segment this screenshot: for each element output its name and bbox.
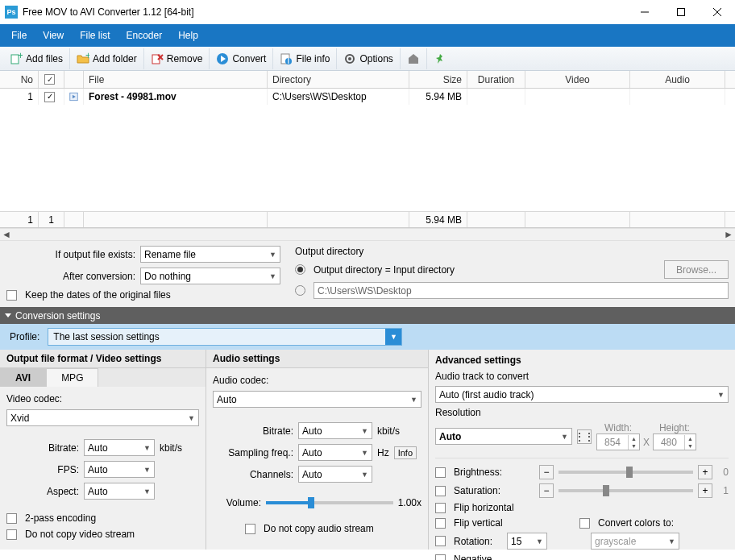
flipv-label: Flip vertical — [454, 517, 575, 529]
vbitrate-select[interactable]: Auto▼ — [84, 439, 155, 456]
svg-text:i: i — [288, 55, 290, 65]
track-select[interactable]: Auto (first audio track)▼ — [435, 386, 729, 403]
cell-dur — [467, 89, 525, 105]
grayscale-select[interactable]: grayscale▼ — [591, 533, 679, 550]
pin-icon — [434, 52, 446, 65]
height-spin[interactable]: 480▲▼ — [653, 433, 696, 450]
rotation-checkbox[interactable] — [435, 536, 446, 546]
cell-video — [525, 89, 630, 105]
table-header: No File Directory Size Duration Video Au… — [0, 71, 735, 89]
remove-button[interactable]: Remove — [144, 48, 210, 69]
col-no[interactable]: No — [0, 71, 39, 88]
res-select[interactable]: Auto▼ — [435, 428, 572, 445]
volume-slider[interactable] — [266, 501, 393, 504]
col-duration[interactable]: Duration — [467, 71, 525, 88]
channels-select[interactable]: Auto▼ — [298, 466, 372, 483]
check-all-icon[interactable] — [44, 74, 55, 85]
minimize-button[interactable] — [626, 0, 662, 24]
res-expand-button[interactable]: ⋮⋮ — [577, 429, 592, 444]
track-label: Audio track to convert — [435, 371, 729, 382]
profile-select[interactable]: The last session settings ▼ — [48, 328, 402, 346]
convert-button[interactable]: Convert — [210, 48, 273, 69]
vcodec-select[interactable]: Xvid▼ — [6, 409, 199, 426]
col-audio[interactable]: Audio — [630, 71, 725, 88]
advanced-header: Advanced settings — [429, 350, 735, 367]
vbitrate-unit: kbit/s — [160, 442, 182, 454]
aspect-select[interactable]: Auto▼ — [84, 483, 155, 500]
home-button[interactable] — [401, 48, 427, 69]
brightness-plus[interactable]: + — [698, 465, 712, 479]
convcolors-checkbox[interactable] — [579, 518, 590, 529]
saturation-slider[interactable] — [559, 489, 693, 492]
outdir-input[interactable]: C:\Users\WS\Desktop — [314, 282, 729, 299]
file-info-label: File info — [296, 53, 330, 64]
col-directory[interactable]: Directory — [268, 71, 409, 88]
options-button[interactable]: Options — [337, 48, 400, 69]
exists-label: If output file exists: — [6, 249, 135, 260]
fps-select[interactable]: Auto▼ — [84, 461, 155, 478]
acodec-select[interactable]: Auto▼ — [213, 391, 421, 408]
nocopyv-checkbox[interactable] — [6, 529, 17, 540]
maximize-button[interactable] — [662, 0, 699, 24]
after-label: After conversion: — [6, 271, 135, 282]
table-row[interactable]: 1 Forest - 49981.mov C:\Users\WS\Desktop… — [0, 89, 735, 105]
scroll-right-icon[interactable]: ► — [722, 228, 735, 241]
abitrate-select[interactable]: Auto▼ — [298, 422, 372, 439]
fps-label: FPS: — [6, 464, 79, 475]
cell-no: 1 — [0, 89, 39, 105]
video-settings-panel: Output file format / Video settings AVI … — [0, 350, 206, 550]
abitrate-unit: kbit/s — [377, 425, 400, 437]
menu-filelist[interactable]: File list — [72, 24, 118, 47]
col-size[interactable]: Size — [409, 71, 467, 88]
file-info-button[interactable]: i File info — [273, 48, 337, 69]
saturation-plus[interactable]: + — [698, 483, 712, 498]
conversion-settings-header[interactable]: Conversion settings — [0, 307, 735, 324]
table-body: 1 Forest - 49981.mov C:\Users\WS\Desktop… — [0, 89, 735, 211]
info-button[interactable]: Info — [394, 446, 417, 459]
video-header: Output file format / Video settings — [0, 350, 206, 368]
cell-check[interactable] — [39, 89, 64, 105]
row-check-icon[interactable] — [44, 92, 55, 102]
browse-button[interactable]: Browse... — [664, 260, 729, 279]
negative-checkbox[interactable] — [435, 554, 446, 561]
menu-help[interactable]: Help — [170, 24, 206, 47]
col-file[interactable]: File — [84, 71, 268, 88]
collapse-icon — [5, 313, 11, 317]
menu-view[interactable]: View — [35, 24, 72, 47]
scroll-left-icon[interactable]: ◄ — [0, 228, 13, 241]
tab-avi[interactable]: AVI — [0, 368, 46, 387]
rotation-select[interactable]: 15▼ — [507, 533, 547, 550]
convert-label: Convert — [232, 53, 266, 64]
toolbar: + Add files + Add folder Remove Convert … — [0, 47, 735, 71]
col-video[interactable]: Video — [525, 71, 630, 88]
saturation-checkbox[interactable] — [435, 486, 446, 496]
nocopya-checkbox[interactable] — [245, 524, 255, 534]
add-folder-button[interactable]: + Add folder — [70, 48, 144, 69]
brightness-minus[interactable]: − — [539, 465, 554, 479]
flipv-checkbox[interactable] — [435, 518, 446, 529]
col-check[interactable] — [39, 71, 64, 88]
close-button[interactable] — [699, 0, 735, 24]
brightness-checkbox[interactable] — [435, 467, 446, 478]
keepdates-checkbox[interactable] — [6, 290, 17, 301]
after-select[interactable]: Do nothing▼ — [140, 268, 280, 284]
horizontal-scrollbar[interactable]: ◄ ► — [0, 228, 735, 241]
cell-size: 5.94 MB — [409, 89, 467, 105]
tab-mpg[interactable]: MPG — [46, 368, 98, 387]
cell-icon — [64, 89, 84, 105]
saturation-minus[interactable]: − — [539, 483, 554, 498]
sfreq-select[interactable]: Auto▼ — [298, 444, 372, 461]
keepdates-label: Keep the dates of the original files — [25, 289, 171, 301]
add-files-button[interactable]: + Add files — [3, 48, 70, 69]
exists-select[interactable]: Rename file▼ — [140, 246, 280, 263]
width-spin[interactable]: 854▲▼ — [596, 433, 640, 450]
twopass-checkbox[interactable] — [6, 513, 17, 524]
outdir-same-radio[interactable] — [295, 264, 305, 275]
chevron-down-icon: ▼ — [188, 414, 195, 422]
menu-encoder[interactable]: Encoder — [118, 24, 170, 47]
fliph-checkbox[interactable] — [435, 503, 446, 513]
brightness-slider[interactable] — [559, 471, 693, 474]
menu-file[interactable]: File — [3, 24, 35, 47]
pin-button[interactable] — [427, 48, 453, 69]
outdir-custom-radio[interactable] — [295, 285, 305, 296]
